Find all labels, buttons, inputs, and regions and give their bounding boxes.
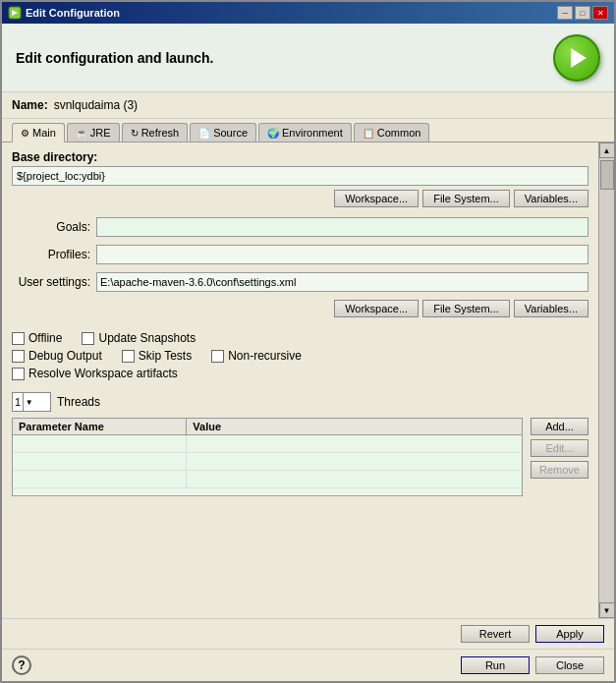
non-recursive-checkbox-item: Non-recursive [211,349,302,363]
revert-button[interactable]: Revert [461,625,530,643]
window-title: Edit Configuration [26,7,120,19]
skip-tests-checkbox[interactable] [122,350,135,363]
profiles-label: Profiles: [12,248,90,261]
window-icon [8,6,22,20]
scroll-thumb[interactable] [600,160,614,190]
user-settings-input[interactable] [96,272,588,292]
name-label: Name: [12,98,48,112]
profiles-row: Profiles: [12,245,588,264]
goals-input[interactable] [96,217,588,237]
variables-button-2[interactable]: Variables... [514,300,588,317]
resolve-workspace-checkbox[interactable] [12,368,25,380]
update-snapshots-checkbox[interactable] [82,332,94,345]
update-snapshots-checkbox-item: Update Snapshots [82,331,196,345]
file-system-button-2[interactable]: File System... [422,300,510,317]
title-bar-controls: ─ □ ✕ [557,6,608,20]
tabs-bar: ⚙ Main ☕ JRE ↻ Refresh 📄 Source 🌍 Enviro… [2,119,614,142]
table-cell-param-2 [13,453,187,470]
name-row: Name: svnlqudaima (3) [2,92,614,119]
table-cell-value-2 [187,453,522,470]
main-tab-label: Main [32,127,56,139]
file-system-button-1[interactable]: File System... [422,190,510,207]
base-directory-label: Base directory: [12,150,588,164]
debug-output-checkbox-item: Debug Output [12,349,102,363]
title-bar-left: Edit Configuration [8,6,120,20]
user-settings-label: User settings: [12,275,90,289]
checkbox-row-1: Offline Update Snapshots [12,331,588,345]
table-cell-param-3 [13,471,187,487]
common-tab-icon: 📋 [363,128,374,139]
offline-checkbox[interactable] [12,332,25,345]
jre-tab-label: JRE [90,127,111,139]
threads-dropdown-arrow[interactable]: ▼ [23,393,34,411]
checkbox-section: Offline Update Snapshots Debug Output Sk… [12,327,588,384]
threads-value: 1 [15,396,21,408]
parameter-table: Parameter Name Value [12,418,523,496]
table-cell-value-3 [187,471,522,487]
non-recursive-checkbox[interactable] [211,350,224,363]
user-settings-row: User settings: [12,272,588,292]
resolve-workspace-label: Resolve Workspace artifacts [28,367,178,380]
scroll-up-arrow[interactable]: ▲ [599,142,615,158]
variables-button-1[interactable]: Variables... [514,190,588,207]
bottom-row: ? Run Close [2,649,614,681]
table-cell-param-1 [13,435,187,452]
workspace-button-1[interactable]: Workspace... [334,190,419,207]
edit-button[interactable]: Edit... [531,439,588,457]
source-tab-icon: 📄 [198,128,210,139]
common-tab-label: Common [377,127,421,139]
content-area: Base directory: ${project_loc:ydbi} Work… [2,142,614,618]
refresh-tab-label: Refresh [141,127,180,139]
refresh-tab-icon: ↻ [131,128,139,139]
run-button-footer[interactable]: Run [461,656,530,674]
goals-label: Goals: [12,220,90,234]
help-button[interactable]: ? [12,655,31,675]
skip-tests-checkbox-item: Skip Tests [122,349,192,363]
scrollbar: ▲ ▼ [598,142,614,618]
threads-select[interactable]: 1 ▼ [12,392,51,412]
resolve-workspace-checkbox-item: Resolve Workspace artifacts [12,367,178,380]
add-button[interactable]: Add... [531,418,588,435]
minimize-button[interactable]: ─ [557,6,573,20]
tab-main[interactable]: ⚙ Main [12,123,65,142]
tab-jre[interactable]: ☕ JRE [67,123,120,142]
close-button[interactable]: ✕ [592,6,608,20]
debug-output-checkbox[interactable] [12,350,25,363]
checkbox-row-3: Resolve Workspace artifacts [12,367,588,380]
configuration-name: svnlqudaima (3) [54,98,138,112]
scroll-down-arrow[interactable]: ▼ [599,602,615,618]
apply-button[interactable]: Apply [535,625,604,643]
table-side-buttons: Add... Edit... Remove [527,418,588,479]
run-button[interactable] [553,34,600,82]
debug-output-label: Debug Output [28,349,102,363]
table-row[interactable] [13,453,522,471]
goals-row: Goals: [12,217,588,237]
workspace-button-2[interactable]: Workspace... [334,300,419,317]
table-row[interactable] [13,471,522,488]
table-cell-value-1 [187,435,522,452]
param-name-column-header: Parameter Name [13,419,187,434]
edit-configuration-window: Edit Configuration ─ □ ✕ Edit configurat… [0,0,616,683]
play-icon [571,48,587,68]
jre-tab-icon: ☕ [76,128,87,139]
header-area: Edit configuration and launch. [2,24,614,92]
close-button-footer[interactable]: Close [535,656,604,674]
remove-button[interactable]: Remove [531,461,588,479]
tab-environment[interactable]: 🌍 Environment [258,123,352,142]
tab-common[interactable]: 📋 Common [354,123,430,142]
source-tab-label: Source [213,127,248,139]
profiles-input[interactable] [96,245,588,264]
environment-tab-label: Environment [282,127,343,139]
base-directory-value[interactable]: ${project_loc:ydbi} [12,166,588,186]
skip-tests-label: Skip Tests [139,349,192,363]
tab-source[interactable]: 📄 Source [190,123,256,142]
scroll-area: Base directory: ${project_loc:ydbi} Work… [2,142,598,618]
table-row[interactable] [13,435,522,453]
user-settings-button-row: Workspace... File System... Variables... [12,300,588,317]
maximize-button[interactable]: □ [575,6,590,20]
parameter-table-section: Parameter Name Value [12,418,588,496]
threads-row: 1 ▼ Threads [12,392,588,412]
tab-refresh[interactable]: ↻ Refresh [122,123,189,142]
environment-tab-icon: 🌍 [267,128,279,139]
update-snapshots-label: Update Snapshots [98,331,196,345]
